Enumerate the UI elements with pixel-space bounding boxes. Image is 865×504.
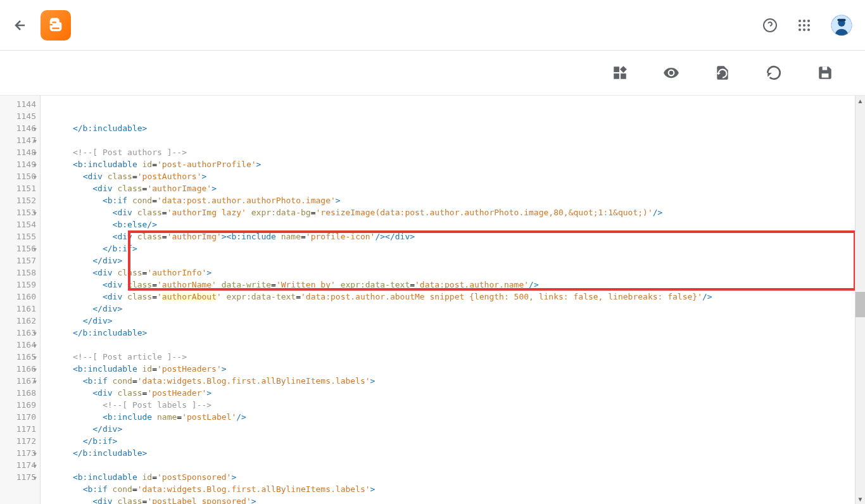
code-line[interactable]: <!--[ Post labels ]-->	[43, 399, 855, 411]
code-line[interactable]: <b:else/>	[43, 218, 855, 230]
code-line[interactable]: <div class='authorImg lazy' expr:data-bg…	[43, 206, 855, 218]
back-icon[interactable]	[13, 18, 28, 33]
line-number: 1173▼	[0, 447, 36, 459]
svg-point-7	[807, 24, 810, 27]
line-number: 1160	[0, 291, 36, 303]
line-number: 1159	[0, 279, 36, 291]
line-number: 1155	[0, 230, 36, 243]
header	[0, 0, 865, 51]
code-line[interactable]: </b:if>	[43, 435, 855, 447]
svg-point-2	[799, 20, 801, 22]
vertical-scrollbar[interactable]: ▲ ▼	[855, 96, 865, 504]
line-number: 1153▼	[0, 206, 36, 218]
code-line[interactable]: <b:includable id='postHeaders'>	[43, 363, 855, 375]
line-number: 1161	[0, 303, 36, 315]
code-line[interactable]: <div class='postLabel sponsored'>	[43, 495, 855, 504]
code-line[interactable]	[43, 459, 855, 471]
code-line[interactable]: <div class='authorAbout' expr:data-text=…	[43, 291, 855, 303]
line-number: 1172	[0, 435, 36, 447]
code-line[interactable]: </b:if>	[43, 243, 855, 255]
line-number: 1147▼	[0, 134, 36, 146]
help-icon[interactable]	[762, 18, 778, 33]
code-line[interactable]: </div>	[43, 255, 855, 267]
code-line[interactable]: </div>	[43, 315, 855, 327]
svg-point-8	[799, 28, 801, 31]
code-line[interactable]: <b:if cond='data:post.author.authorPhoto…	[43, 194, 855, 206]
line-number: 1170	[0, 411, 36, 423]
code-line[interactable]: <div class='postHeader'>	[43, 387, 855, 399]
code-line[interactable]: <!--[ Post authors ]-->	[43, 146, 855, 158]
fold-icon[interactable]: ▼	[34, 472, 37, 484]
line-number: 1144	[0, 98, 36, 110]
line-number: 1169	[0, 399, 36, 411]
code-line[interactable]: <div class='authorImage'>	[43, 182, 855, 194]
save-icon[interactable]	[817, 65, 833, 81]
code-line[interactable]: <!--[ Post article ]-->	[43, 351, 855, 363]
svg-point-5	[799, 24, 801, 27]
line-number: 1171	[0, 423, 36, 435]
code-editor: 114411451146▼1147▼1148▼1149▼1150▼1151115…	[0, 95, 865, 504]
header-right	[762, 15, 852, 36]
line-number: 1146▼	[0, 122, 36, 134]
code-line[interactable]: <div class='postAuthors'>	[43, 170, 855, 182]
line-number: 1166▼	[0, 363, 36, 375]
code-line[interactable]	[43, 339, 855, 351]
code-line[interactable]: <div class='authorImg'><b:include name='…	[43, 230, 855, 243]
widgets-icon[interactable]	[612, 65, 628, 81]
scroll-down-icon[interactable]: ▼	[856, 494, 865, 504]
header-left	[13, 10, 71, 41]
code-line[interactable]: </div>	[43, 423, 855, 435]
line-number: 1154	[0, 218, 36, 230]
code-line[interactable]	[43, 134, 855, 146]
svg-rect-17	[822, 73, 829, 78]
line-number: 1151	[0, 182, 36, 194]
code-line[interactable]: </b:includable>	[43, 327, 855, 339]
revert-icon[interactable]	[714, 65, 731, 81]
undo-icon[interactable]	[766, 65, 782, 81]
code-line[interactable]: <b:includable id='post-authorProfile'>	[43, 158, 855, 170]
svg-rect-14	[614, 66, 619, 72]
code-line[interactable]: </b:includable>	[43, 122, 855, 134]
svg-rect-13	[837, 18, 845, 21]
svg-point-9	[803, 28, 805, 31]
line-number: 1152	[0, 194, 36, 206]
svg-rect-18	[823, 66, 828, 70]
svg-point-10	[807, 28, 810, 31]
code-line[interactable]: <div class='authorInfo'>	[43, 267, 855, 279]
avatar[interactable]	[831, 15, 852, 36]
line-number: 1158	[0, 267, 36, 279]
line-number: 1174▼	[0, 459, 36, 471]
preview-icon[interactable]	[663, 65, 679, 81]
line-number: 1149▼	[0, 158, 36, 170]
code-line[interactable]: </b:includable>	[43, 447, 855, 459]
code-line[interactable]: <b:if cond='data:widgets.Blog.first.allB…	[43, 483, 855, 495]
line-number: 1163▼	[0, 327, 36, 339]
line-number: 1168	[0, 387, 36, 399]
svg-point-4	[807, 20, 810, 22]
line-number: 1156▼	[0, 243, 36, 255]
line-number: 1165▼	[0, 351, 36, 363]
scrollbar-thumb[interactable]	[856, 292, 865, 317]
code-line[interactable]: <div class='authorName' data-write='Writ…	[43, 279, 855, 291]
svg-rect-16	[621, 73, 626, 79]
line-number: 1167▼	[0, 375, 36, 387]
svg-point-6	[803, 24, 805, 27]
blogger-logo[interactable]	[41, 10, 71, 41]
code-line[interactable]: <b:includable id='postSponsored'>	[43, 471, 855, 483]
code-line[interactable]: <b:include name='postLabel'/>	[43, 411, 855, 423]
code-line[interactable]: <b:if cond='data:widgets.Blog.first.allB…	[43, 375, 855, 387]
line-number: 1162	[0, 315, 36, 327]
line-number: 1148▼	[0, 146, 36, 158]
line-number: 1157	[0, 255, 36, 267]
scroll-up-icon[interactable]: ▲	[856, 96, 865, 106]
line-number: 1175▼	[0, 471, 36, 483]
line-number: 1145	[0, 110, 36, 122]
svg-rect-15	[614, 73, 619, 79]
code-area[interactable]: </b:includable> <!--[ Post authors ]--> …	[41, 96, 855, 504]
line-gutter: 114411451146▼1147▼1148▼1149▼1150▼1151115…	[0, 96, 41, 504]
editor-toolbar	[0, 51, 865, 95]
apps-icon[interactable]	[797, 18, 812, 33]
svg-point-3	[803, 20, 805, 22]
line-number: 1150▼	[0, 170, 36, 182]
code-line[interactable]: </div>	[43, 303, 855, 315]
